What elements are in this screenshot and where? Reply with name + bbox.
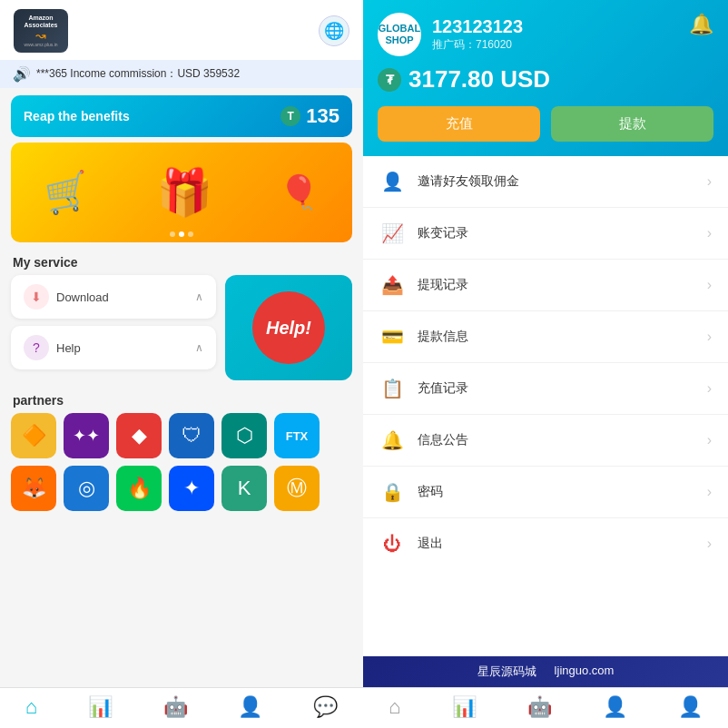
download-label: Download bbox=[56, 290, 109, 304]
menu-item-withdraw-info[interactable]: 💳 提款信息 › bbox=[363, 311, 728, 363]
recharge-records-label: 充值记录 bbox=[418, 380, 468, 397]
right-nav-chart[interactable]: 📊 bbox=[452, 695, 477, 719]
menu-item-recharge-left: 📋 充值记录 bbox=[379, 376, 468, 401]
service-left-col: ⬇ Download ∧ ? Help ∧ bbox=[11, 275, 216, 380]
promo-dot-3 bbox=[188, 231, 193, 237]
menu-item-recharge-records[interactable]: 📋 充值记录 › bbox=[363, 363, 728, 415]
menu-item-logout-left: ⏻ 退出 bbox=[379, 531, 443, 556]
left-nav-home[interactable]: ⌂ bbox=[25, 695, 37, 719]
help-service-item[interactable]: ? Help ∧ bbox=[11, 326, 216, 369]
left-nav-chart[interactable]: 📊 bbox=[88, 695, 113, 719]
right-nav-user[interactable]: 👤 bbox=[603, 695, 627, 719]
announcement-icon: 🔔 bbox=[379, 428, 405, 453]
download-service-item[interactable]: ⬇ Download ∧ bbox=[11, 275, 216, 319]
help-icon: ? bbox=[24, 335, 49, 360]
promo-dot-2 bbox=[179, 231, 184, 237]
partner-crypto[interactable]: ◎ bbox=[64, 466, 109, 511]
global-shop-logo: GLOBAL SHOP bbox=[378, 13, 421, 56]
menu-item-account-left: 📈 账变记录 bbox=[379, 221, 468, 246]
partner-shield[interactable]: 🛡 bbox=[169, 413, 214, 458]
promo-dots bbox=[170, 231, 193, 237]
promo-banner[interactable]: 🛒 🎁 🎈 bbox=[11, 143, 352, 242]
left-nav-robot[interactable]: 🤖 bbox=[163, 695, 188, 719]
partner-ftx[interactable]: FTX bbox=[274, 413, 320, 458]
menu-item-logout[interactable]: ⏻ 退出 › bbox=[363, 518, 728, 569]
account-records-icon: 📈 bbox=[379, 221, 405, 246]
partner-purple[interactable]: ✦✦ bbox=[64, 413, 109, 458]
right-nav-home[interactable]: ⌂ bbox=[389, 695, 400, 719]
help-image-box[interactable]: Help! bbox=[225, 275, 352, 380]
menu-item-password-left: 🔒 密码 bbox=[379, 479, 443, 505]
partner-fire[interactable]: 🔥 bbox=[116, 466, 162, 511]
menu-item-announcement[interactable]: 🔔 信息公告 › bbox=[363, 415, 728, 467]
watermark-bar: 星辰源码城 ljinguo.com bbox=[363, 656, 728, 687]
partner-kucoin[interactable]: K bbox=[221, 466, 267, 511]
menu-item-withdraw-info-left: 💳 提款信息 bbox=[379, 324, 468, 349]
partner-red[interactable]: ◆ bbox=[116, 413, 162, 458]
help-headset-icon: Help! bbox=[252, 291, 325, 364]
menu-item-invite[interactable]: 👤 邀请好友领取佣金 › bbox=[363, 156, 728, 208]
amazon-logo-text: Amazon bbox=[28, 15, 53, 22]
invite-chevron-icon: › bbox=[707, 173, 712, 190]
right-nav-robot[interactable]: 🤖 bbox=[527, 695, 552, 719]
left-nav-user[interactable]: 👤 bbox=[238, 695, 262, 719]
password-icon: 🔒 bbox=[379, 479, 405, 505]
tether-icon-large: ₮ bbox=[378, 68, 401, 92]
partner-coinbase[interactable]: ✦ bbox=[169, 466, 214, 511]
promo-dot-1 bbox=[170, 231, 175, 237]
help-box-text: Help! bbox=[266, 318, 311, 339]
ticker-bar: 🔊 ***365 Income commission：USD 359532 bbox=[0, 60, 363, 88]
cart-icon: 🛒 bbox=[41, 168, 93, 218]
amazon-logo[interactable]: Amazon Associates ↝ www.amz.plus.in bbox=[14, 9, 68, 53]
user-info: 123123123 推广码：716020 bbox=[432, 16, 523, 53]
help-item-left: ? Help bbox=[24, 335, 81, 360]
menu-item-invite-left: 👤 邀请好友领取佣金 bbox=[379, 169, 519, 194]
partner-fox[interactable]: 🦊 bbox=[11, 466, 56, 511]
logout-icon: ⏻ bbox=[379, 531, 405, 556]
password-label: 密码 bbox=[418, 484, 443, 500]
download-chevron-icon: ∧ bbox=[195, 290, 203, 303]
menu-item-withdraw-records[interactable]: 📤 提现记录 › bbox=[363, 260, 728, 311]
right-topbar: 🔔 GLOBAL SHOP 123123123 推广码：716020 ₮ 317… bbox=[363, 0, 728, 156]
left-panel: Amazon Associates ↝ www.amz.plus.in 🌐 🔊 … bbox=[0, 0, 363, 728]
action-buttons: 充值 提款 bbox=[378, 106, 713, 142]
download-item-left: ⬇ Download bbox=[24, 284, 109, 310]
right-nav-profile[interactable]: 👤 bbox=[678, 695, 703, 719]
menu-item-announcement-left: 🔔 信息公告 bbox=[379, 428, 468, 453]
partner-green[interactable]: ⬡ bbox=[221, 413, 267, 458]
amazon-url: www.amz.plus.in bbox=[24, 42, 57, 47]
withdraw-button[interactable]: 提款 bbox=[551, 106, 713, 142]
left-nav-message[interactable]: 💬 bbox=[313, 695, 338, 719]
withdraw-info-chevron-icon: › bbox=[707, 329, 712, 345]
invite-label: 邀请好友领取佣金 bbox=[418, 173, 519, 190]
account-records-label: 账变记录 bbox=[418, 225, 468, 241]
my-service-label: My service bbox=[0, 248, 363, 275]
left-bottom-nav: ⌂ 📊 🤖 👤 💬 bbox=[0, 687, 363, 728]
recharge-button[interactable]: 充值 bbox=[378, 106, 540, 142]
logout-chevron-icon: › bbox=[707, 536, 712, 552]
recharge-records-chevron-icon: › bbox=[707, 380, 712, 397]
benefits-amount-section: T 135 bbox=[280, 104, 339, 128]
password-chevron-icon: › bbox=[707, 484, 712, 500]
menu-list: 👤 邀请好友领取佣金 › 📈 账变记录 › 📤 提现记录 › 💳 提款信息 bbox=[363, 156, 728, 656]
tether-badge: T bbox=[280, 106, 300, 126]
download-icon: ⬇ bbox=[24, 284, 49, 310]
menu-item-account-records[interactable]: 📈 账变记录 › bbox=[363, 208, 728, 260]
announcement-label: 信息公告 bbox=[418, 432, 468, 448]
help-chevron-icon: ∧ bbox=[195, 341, 203, 354]
partner-bybit[interactable]: Ⓜ bbox=[274, 466, 320, 511]
partners-grid: 🔶 ✦✦ ◆ 🛡 ⬡ FTX 🦊 ◎ 🔥 ✦ K Ⓜ bbox=[0, 413, 363, 511]
menu-item-password[interactable]: 🔒 密码 › bbox=[363, 467, 728, 518]
watermark-text: 星辰源码城 ljinguo.com bbox=[378, 664, 713, 680]
right-bottom-nav: ⌂ 📊 🤖 👤 👤 bbox=[363, 687, 728, 728]
bell-icon[interactable]: 🔔 bbox=[689, 13, 713, 36]
benefits-amount: 135 bbox=[306, 104, 339, 128]
benefits-banner[interactable]: Reap the benefits T 135 bbox=[11, 95, 352, 137]
withdraw-records-label: 提现记录 bbox=[418, 277, 468, 293]
globe-button[interactable]: 🌐 bbox=[319, 15, 349, 46]
partner-binance[interactable]: 🔶 bbox=[11, 413, 56, 458]
balance-amount: 3177.80 USD bbox=[408, 65, 550, 93]
withdraw-info-icon: 💳 bbox=[379, 324, 405, 349]
watermark-right: ljinguo.com bbox=[555, 664, 615, 680]
withdraw-records-chevron-icon: › bbox=[707, 277, 712, 293]
